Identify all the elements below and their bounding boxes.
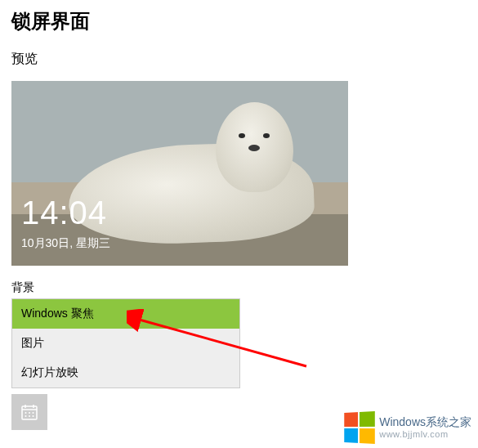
watermark-brand: Windows系统之家: [379, 416, 471, 428]
preview-label: 预览: [0, 39, 478, 74]
windows-logo-icon: [344, 411, 375, 444]
background-label: 背景: [0, 266, 478, 298]
svg-point-6: [25, 412, 27, 414]
background-dropdown[interactable]: Windows 聚焦 图片 幻灯片放映: [11, 298, 240, 388]
svg-point-9: [25, 415, 27, 417]
preview-time: 14:04: [21, 195, 107, 231]
svg-point-7: [29, 412, 30, 414]
preview-image-seal-head: [216, 102, 293, 192]
dropdown-option-slideshow[interactable]: 幻灯片放映: [12, 358, 239, 388]
watermark-url: www.bjjmlv.com: [379, 429, 471, 439]
watermark: Windows系统之家 www.bjjmlv.com: [343, 412, 471, 443]
svg-point-10: [29, 415, 30, 417]
calendar-icon: [20, 402, 39, 422]
calendar-button[interactable]: [11, 394, 47, 430]
svg-point-11: [33, 415, 34, 417]
dropdown-option-spotlight[interactable]: Windows 聚焦: [12, 299, 239, 329]
preview-date: 10月30日, 星期三: [21, 236, 110, 251]
svg-point-8: [33, 412, 34, 414]
lockscreen-preview[interactable]: 14:04 10月30日, 星期三: [11, 81, 348, 266]
dropdown-option-picture[interactable]: 图片: [12, 329, 239, 358]
page-title: 锁屏界面: [0, 0, 478, 39]
